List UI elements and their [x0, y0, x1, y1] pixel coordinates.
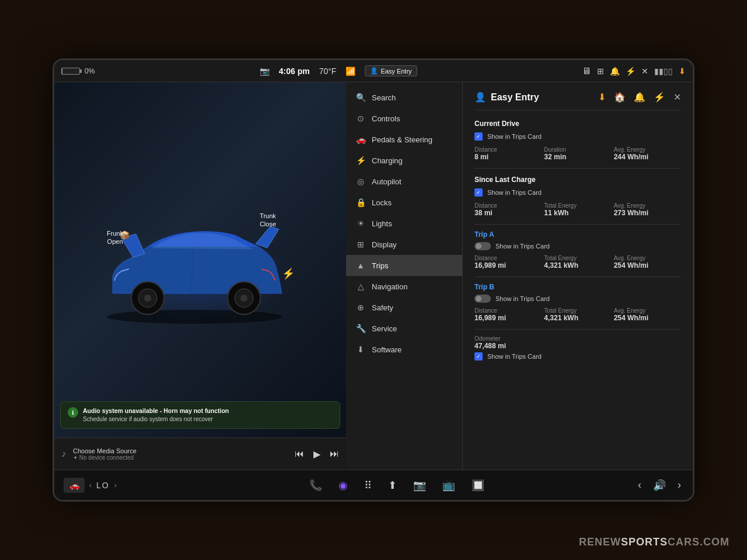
trip-b-energy-label: Total Energy: [544, 307, 611, 314]
menu-search-label: Search: [372, 93, 396, 102]
since-last-charge-checkbox-label: Show in Trips Card: [487, 189, 542, 196]
trip-b-toggle-label: Show in Trips Card: [495, 295, 550, 302]
lights-icon: ☀: [355, 219, 366, 228]
alert-title: Audio system unavailable - Horn may not …: [83, 407, 229, 414]
download-settings-icon[interactable]: ⬇: [598, 92, 606, 103]
menu-item-display[interactable]: ⊞ Display: [346, 234, 462, 255]
current-drive-distance: Distance 8 mi: [474, 146, 542, 161]
volume-taskbar-icon[interactable]: 🔊: [651, 477, 668, 494]
menu-item-service[interactable]: 🔧 Service: [346, 318, 462, 339]
status-bar: 0% 📷 4:06 pm 70°F 📶 👤 Easy Entry 🖥 ⊞ 🔔 ⚡…: [54, 60, 693, 82]
current-drive-duration-value: 32 min: [544, 153, 611, 161]
since-charge-distance: Distance 38 mi: [474, 202, 542, 217]
menu-item-charging[interactable]: ⚡ Charging: [346, 150, 462, 171]
menu-item-lights[interactable]: ☀ Lights: [346, 213, 462, 234]
bluetooth-settings-icon[interactable]: ⚡: [654, 92, 665, 103]
trip-a-toggle[interactable]: [474, 242, 491, 250]
blue-taskbar-icon[interactable]: 🔲: [469, 477, 487, 494]
next-arrow[interactable]: ›: [114, 481, 117, 489]
trip-a-distance-label: Distance: [474, 255, 542, 261]
since-last-charge-checkbox-row[interactable]: ✓ Show in Trips Card: [474, 188, 681, 197]
odometer-value: 47,488 mi: [474, 342, 506, 350]
since-last-charge-checkbox[interactable]: ✓: [474, 188, 483, 197]
menu-item-locks[interactable]: 🔒 Locks: [346, 192, 462, 213]
prev-arrow[interactable]: ‹: [89, 481, 92, 489]
menu-item-pedals[interactable]: 🚗 Pedals & Steering: [346, 129, 462, 150]
next-track-button[interactable]: ⏭: [330, 449, 339, 460]
media-controls[interactable]: ⏮ ▶ ⏭: [295, 449, 339, 460]
since-last-charge-stats: Distance 38 mi Total Energy 11 kWh Avg. …: [474, 202, 681, 217]
current-drive-duration-label: Duration: [544, 146, 611, 153]
nav-taskbar-icon[interactable]: ⬆: [386, 477, 399, 494]
svg-point-6: [240, 295, 247, 302]
status-center: 📷 4:06 pm 70°F 📶 👤 Easy Entry: [260, 65, 417, 76]
taskbar-left: 🚗 ‹ LO ›: [64, 478, 180, 493]
temperature: 70°F: [319, 66, 337, 76]
media-bar: ♪ Choose Media Source ✦ No device connec…: [54, 438, 346, 470]
camera-taskbar-icon[interactable]: 📷: [411, 477, 428, 494]
menu-item-software[interactable]: ⬇ Software: [346, 339, 462, 360]
signal-icon: 📶: [345, 66, 355, 76]
screen-icon2: ⊞: [597, 66, 604, 76]
media-subtitle: ✦ No device connected: [73, 454, 288, 461]
easy-entry-label: Easy Entry: [381, 68, 411, 75]
next-media-arrow[interactable]: ›: [675, 477, 683, 494]
software-icon: ⬇: [355, 345, 366, 354]
menu-item-autopilot[interactable]: ◎ Autopilot: [346, 171, 462, 192]
apps-taskbar-icon[interactable]: ⠿: [362, 477, 374, 494]
menu-item-search[interactable]: 🔍 Search: [346, 87, 462, 108]
theater-taskbar-icon[interactable]: 📺: [440, 477, 458, 494]
trips-icon: ▲: [355, 261, 366, 270]
since-charge-energy-value: 11 kWh: [544, 209, 611, 217]
menu-item-trips[interactable]: ▲ Trips: [346, 255, 462, 276]
current-drive-checkbox[interactable]: ✓: [474, 132, 483, 141]
current-drive-distance-label: Distance: [474, 146, 542, 153]
battery-percent: 0%: [85, 67, 95, 75]
trip-a-toggle-row[interactable]: Show in Trips Card: [474, 242, 681, 250]
prev-track-button[interactable]: ⏮: [295, 449, 304, 460]
divider-3: [474, 276, 681, 277]
home-settings-icon[interactable]: 🏠: [614, 92, 626, 103]
prev-media-arrow[interactable]: ‹: [636, 477, 644, 494]
menu-locks-label: Locks: [372, 198, 392, 207]
close-settings-icon[interactable]: ✕: [673, 92, 681, 103]
tesla-screen: 0% 📷 4:06 pm 70°F 📶 👤 Easy Entry 🖥 ⊞ 🔔 ⚡…: [53, 58, 694, 502]
odometer-row: Odometer 47,488 mi: [474, 335, 681, 350]
status-left: 0%: [61, 67, 95, 75]
trunk-label: Trunk Close: [260, 212, 276, 229]
menu-item-navigation[interactable]: △ Navigation: [346, 276, 462, 297]
trip-b-energy-value: 4,321 kWh: [544, 314, 611, 322]
autopilot-icon: ◎: [355, 177, 366, 186]
controls-icon: ⊙: [355, 114, 366, 123]
trip-b-toggle-row[interactable]: Show in Trips Card: [474, 295, 681, 303]
trip-a-stats: Distance 16,989 mi Total Energy 4,321 kW…: [474, 255, 681, 270]
current-drive-section: Current Drive ✓ Show in Trips Card Dista…: [474, 120, 681, 161]
odometer-checkbox[interactable]: ✓: [474, 352, 483, 360]
phone-taskbar-icon[interactable]: 📞: [307, 477, 324, 494]
current-drive-energy-label: Avg. Energy: [614, 146, 681, 153]
trip-b-toggle[interactable]: [474, 295, 491, 303]
svg-point-3: [144, 295, 151, 302]
safety-icon: ⊕: [355, 303, 366, 312]
current-drive-stats: Distance 8 mi Duration 32 min Avg. Energ…: [474, 146, 681, 161]
x-icon: ✕: [641, 66, 648, 76]
odometer-checkbox-row[interactable]: ✓ Show in Trips Card: [474, 352, 681, 360]
taskbar-center: 📞 ◉ ⠿ ⬆ 📷 📺 🔲: [180, 477, 613, 494]
divider-2: [474, 224, 681, 225]
frunk-label-text: Frunk Open: [107, 230, 123, 245]
car-taskbar-button[interactable]: 🚗: [64, 478, 85, 493]
status-right: 🖥 ⊞ 🔔 ⚡ ✕ ▮▮▯▯ ⬇: [582, 66, 686, 76]
menu-item-safety[interactable]: ⊕ Safety: [346, 297, 462, 318]
menu-item-controls[interactable]: ⊙ Controls: [346, 108, 462, 129]
siri-taskbar-icon[interactable]: ◉: [336, 477, 350, 494]
menu-autopilot-label: Autopilot: [372, 177, 402, 186]
easy-entry-badge[interactable]: 👤 Easy Entry: [365, 65, 417, 76]
trip-b-avg-energy-value: 254 Wh/mi: [614, 314, 681, 322]
odometer-label: Odometer: [474, 335, 506, 342]
divider-4: [474, 329, 681, 330]
svg-point-0: [107, 310, 282, 324]
trip-a-energy-value: 4,321 kWh: [544, 261, 611, 270]
current-drive-checkbox-row[interactable]: ✓ Show in Trips Card: [474, 132, 681, 141]
bell-settings-icon[interactable]: 🔔: [634, 92, 645, 103]
play-button[interactable]: ▶: [313, 449, 320, 460]
